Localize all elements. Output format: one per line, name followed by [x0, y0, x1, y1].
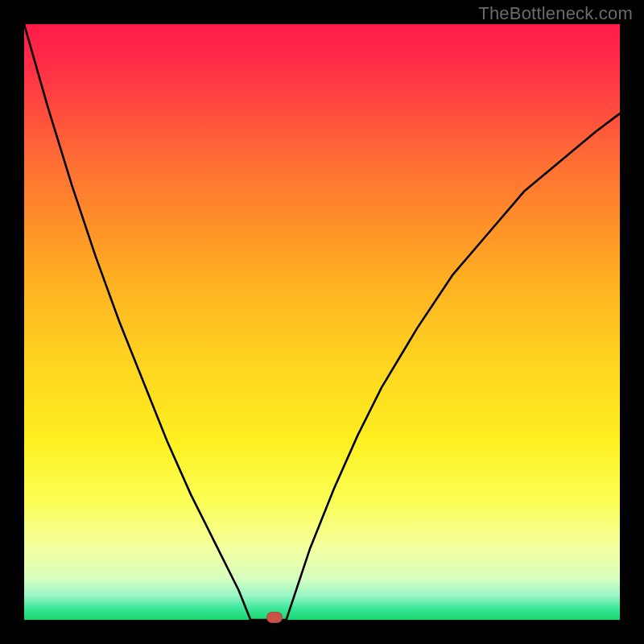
bottleneck-curve [24, 24, 620, 620]
chart-frame: TheBottleneck.com [0, 0, 644, 644]
watermark-text: TheBottleneck.com [478, 3, 633, 24]
current-point-marker [266, 612, 283, 623]
